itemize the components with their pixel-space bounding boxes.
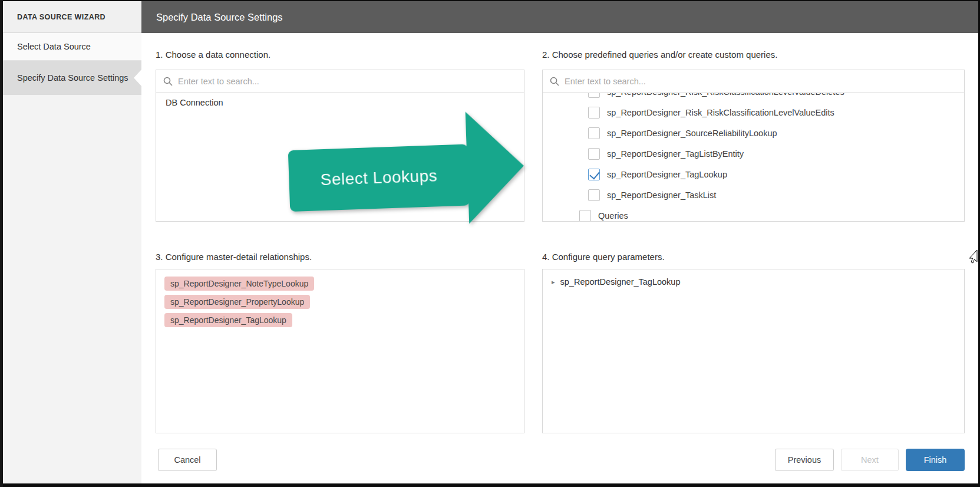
queries-search-input[interactable] [565, 77, 957, 86]
cancel-button[interactable]: Cancel [158, 449, 217, 471]
queries-section-label: 2. Choose predefined queries and/or crea… [542, 50, 777, 60]
query-label: Queries [598, 211, 628, 221]
next-button[interactable]: Next [841, 449, 899, 471]
query-label: sp_ReportDesigner_Risk_RiskClassificatio… [607, 93, 844, 97]
query-label: sp_ReportDesigner_TagLookup [607, 170, 727, 179]
page-header: Specify Data Source Settings [141, 1, 978, 33]
query-label: sp_ReportDesigner_SourceReliabilityLooku… [607, 129, 777, 138]
search-icon [163, 77, 173, 86]
expander-icon[interactable]: ▸ [552, 278, 555, 286]
checkbox[interactable] [588, 189, 600, 201]
relationship-tag[interactable]: sp_ReportDesigner_TagLookup [164, 313, 292, 327]
parameters-section-label: 4. Configure query parameters. [542, 252, 665, 262]
connection-search-row [156, 70, 524, 93]
active-step-notch [134, 70, 141, 86]
query-label: sp_ReportDesigner_Risk_RiskClassificatio… [607, 108, 834, 117]
checkbox[interactable] [588, 127, 600, 139]
sidebar-item-select-data-source[interactable]: Select Data Source [3, 33, 141, 61]
connection-section-label: 1. Choose a data connection. [156, 50, 270, 60]
queries-search-row [543, 70, 964, 93]
queries-list: sp_ReportDesigner_Risk_RiskClassificatio… [543, 93, 964, 221]
checkbox[interactable] [579, 210, 591, 222]
previous-button[interactable]: Previous [775, 449, 834, 471]
query-list-item-checked[interactable]: sp_ReportDesigner_TagLookup [588, 164, 964, 185]
parameters-tree-item[interactable]: ▸ sp_ReportDesigner_TagLookup [543, 269, 964, 287]
parameters-panel: ▸ sp_ReportDesigner_TagLookup [542, 269, 965, 433]
parameters-tree-label: sp_ReportDesigner_TagLookup [560, 277, 681, 287]
query-label: sp_ReportDesigner_TaskList [607, 190, 716, 200]
master-detail-section-label: 3. Configure master-detail relationships… [156, 252, 312, 262]
search-icon [550, 77, 559, 86]
query-list-item[interactable]: sp_ReportDesigner_TaskList [588, 185, 964, 205]
queries-panel: sp_ReportDesigner_Risk_RiskClassificatio… [542, 70, 965, 222]
sidebar-item-label: Select Data Source [17, 42, 91, 51]
sidebar-item-specify-settings[interactable]: Specify Data Source Settings [3, 61, 141, 95]
connection-list-item[interactable]: DB Connection [156, 93, 524, 113]
query-group-item-queries[interactable]: Queries [579, 205, 964, 221]
checkbox-checked[interactable] [588, 169, 600, 180]
master-detail-panel: sp_ReportDesigner_NoteTypeLookup sp_Repo… [156, 269, 524, 433]
page-title: Specify Data Source Settings [156, 12, 283, 22]
query-list-item[interactable]: sp_ReportDesigner_SourceReliabilityLooku… [588, 123, 964, 143]
query-list-item[interactable]: sp_ReportDesigner_TagListByEntity [588, 143, 964, 164]
finish-button[interactable]: Finish [906, 449, 965, 471]
wizard-sidebar: DATA SOURCE WIZARD Select Data Source Sp… [3, 1, 141, 483]
connection-search-input[interactable] [178, 77, 517, 86]
checkbox[interactable] [588, 93, 600, 98]
relationship-tag[interactable]: sp_ReportDesigner_NoteTypeLookup [164, 277, 314, 291]
relationship-tag[interactable]: sp_ReportDesigner_PropertyLookup [164, 295, 310, 309]
data-source-wizard-window: DATA SOURCE WIZARD Select Data Source Sp… [0, 0, 980, 487]
mouse-cursor-icon [969, 249, 978, 265]
window-border-bottom [0, 483, 980, 487]
query-label: sp_ReportDesigner_TagListByEntity [607, 149, 744, 159]
connection-panel: DB Connection [156, 70, 524, 222]
query-list-item[interactable]: sp_ReportDesigner_Risk_RiskClassificatio… [588, 93, 964, 102]
checkbox[interactable] [588, 148, 600, 160]
checkbox[interactable] [588, 107, 600, 119]
sidebar-item-label: Specify Data Source Settings [17, 73, 128, 83]
wizard-title: DATA SOURCE WIZARD [3, 1, 141, 33]
query-list-item[interactable]: sp_ReportDesigner_Risk_RiskClassificatio… [588, 102, 964, 123]
